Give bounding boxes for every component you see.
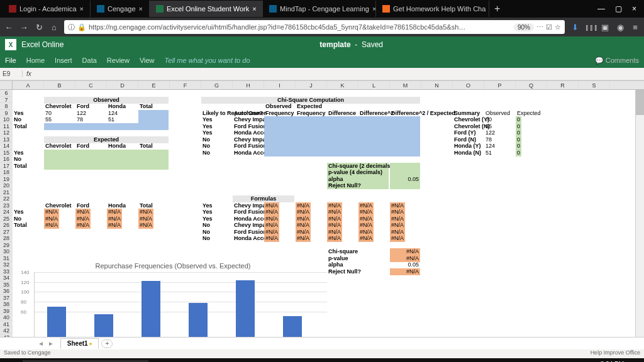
- col-header-I[interactable]: I: [264, 81, 296, 89]
- cell[interactable]: Total: [138, 202, 154, 209]
- cell[interactable]: #N/A: [264, 202, 279, 209]
- cell[interactable]: #N/A: [390, 222, 405, 229]
- row-header-25[interactable]: 25: [0, 216, 13, 222]
- cell[interactable]: #N/A: [327, 202, 342, 209]
- cell[interactable]: No: [201, 150, 211, 156]
- cell[interactable]: Total: [13, 123, 28, 130]
- cell[interactable]: Honda (N): [453, 150, 482, 156]
- cell[interactable]: #N/A: [358, 209, 374, 216]
- cell[interactable]: [264, 143, 420, 150]
- cell[interactable]: #N/A: [107, 216, 122, 222]
- star-icon[interactable]: ☆: [555, 23, 561, 31]
- cell[interactable]: 51: [484, 150, 493, 156]
- tab-chegg[interactable]: Get Homework Help With Cha×: [376, 1, 489, 17]
- cell[interactable]: No: [201, 235, 211, 242]
- cell[interactable]: 0: [516, 116, 521, 123]
- cell[interactable]: #N/A: [44, 209, 59, 216]
- cell[interactable]: 78: [484, 136, 493, 143]
- cell[interactable]: 124: [484, 143, 496, 150]
- cell[interactable]: [44, 123, 169, 130]
- column-headers[interactable]: /*cols rendered below*/ ABCDEFGHIJKLMNOP…: [0, 81, 644, 90]
- cell[interactable]: [44, 150, 169, 156]
- tell-me-input[interactable]: Tell me what you want to do: [165, 57, 250, 64]
- cell[interactable]: No: [13, 116, 23, 123]
- cell[interactable]: #N/A: [296, 202, 311, 209]
- cell[interactable]: [390, 169, 420, 176]
- cell[interactable]: Ford (N): [453, 136, 477, 143]
- cell[interactable]: Difference: [327, 110, 357, 117]
- cell[interactable]: alpha: [327, 176, 389, 183]
- cell[interactable]: #N/A: [296, 216, 311, 222]
- row-header-15[interactable]: 15: [0, 150, 13, 156]
- row-header-43[interactable]: 43: [0, 334, 13, 337]
- cell[interactable]: Ford Fusion: [233, 123, 268, 130]
- cell[interactable]: #N/A: [358, 216, 374, 222]
- back-icon[interactable]: ←: [4, 23, 14, 32]
- row-header-14[interactable]: 14: [0, 143, 13, 150]
- home-icon[interactable]: ⌂: [49, 23, 59, 32]
- cell[interactable]: #N/A: [75, 209, 91, 216]
- row-header-33[interactable]: 33: [0, 268, 13, 275]
- cell[interactable]: #N/A: [390, 209, 405, 216]
- cell[interactable]: alpha: [327, 261, 389, 268]
- forward-icon[interactable]: →: [19, 23, 29, 32]
- cell[interactable]: 122: [484, 129, 496, 136]
- cell[interactable]: Chi-Square Computation: [201, 97, 420, 104]
- col-header-R[interactable]: R: [547, 81, 579, 89]
- cell[interactable]: No: [201, 229, 211, 236]
- ribbon-home[interactable]: Home: [26, 57, 45, 64]
- cell[interactable]: [264, 123, 420, 130]
- cell[interactable]: [264, 136, 420, 143]
- cell[interactable]: #N/A: [138, 222, 153, 229]
- tab-cengage[interactable]: Cengage×: [91, 1, 150, 17]
- cell[interactable]: #N/A: [358, 202, 374, 209]
- reader-icon[interactable]: ☑: [546, 23, 552, 31]
- cell[interactable]: #N/A: [264, 235, 279, 242]
- row-header-34[interactable]: 34: [0, 275, 13, 282]
- vertical-scrollbar[interactable]: [635, 90, 644, 337]
- row-header-39[interactable]: 39: [0, 308, 13, 315]
- row-header-6[interactable]: 6: [0, 90, 13, 97]
- cell[interactable]: Difference^2 / Expected: [390, 110, 457, 117]
- tab-mindtap[interactable]: MindTap - Cengage Learning×: [263, 1, 376, 17]
- cell[interactable]: 55: [484, 123, 493, 130]
- close-icon[interactable]: ×: [139, 5, 143, 13]
- cell[interactable]: Total: [138, 143, 154, 150]
- cell[interactable]: #N/A: [296, 229, 311, 236]
- comments-button[interactable]: 💬 Comments: [595, 57, 639, 65]
- cell[interactable]: Yes: [201, 209, 214, 216]
- cell[interactable]: Observed: [44, 97, 169, 104]
- cell[interactable]: #N/A: [44, 222, 59, 229]
- row-headers[interactable]: 6789101112131415161718192021222324252627…: [0, 90, 13, 337]
- cell[interactable]: #N/A: [296, 235, 311, 242]
- cell[interactable]: Chi-square: [327, 248, 389, 255]
- cell[interactable]: Total: [13, 222, 28, 229]
- cell[interactable]: [138, 110, 169, 117]
- reload-icon[interactable]: ↻: [34, 23, 44, 32]
- cell[interactable]: Frequency: [264, 110, 296, 117]
- cell[interactable]: #N/A: [264, 209, 279, 216]
- row-header-37[interactable]: 37: [0, 295, 13, 302]
- row-header-22[interactable]: 22: [0, 195, 13, 202]
- ribbon-file[interactable]: File: [5, 57, 16, 64]
- row-header-35[interactable]: 35: [0, 282, 13, 288]
- row-header-42[interactable]: 42: [0, 327, 13, 334]
- ribbon-view[interactable]: View: [140, 57, 155, 64]
- cell[interactable]: #N/A: [75, 222, 91, 229]
- cell[interactable]: #N/A: [327, 209, 342, 216]
- cell[interactable]: Honda: [107, 103, 127, 110]
- col-header-E[interactable]: E: [138, 81, 170, 89]
- minimize-icon[interactable]: —: [597, 4, 605, 13]
- row-header-8[interactable]: 8: [0, 103, 13, 110]
- cell[interactable]: #N/A: [390, 255, 420, 262]
- cell[interactable]: Observed: [264, 103, 293, 110]
- row-header-18[interactable]: 18: [0, 169, 13, 176]
- cell[interactable]: Total: [138, 103, 154, 110]
- cell[interactable]: #N/A: [358, 235, 374, 242]
- row-header-7[interactable]: 7: [0, 97, 13, 104]
- cell[interactable]: Expected: [516, 110, 542, 117]
- cell[interactable]: Chevrolet: [44, 103, 73, 110]
- cell[interactable]: Formulas: [233, 195, 294, 202]
- cell[interactable]: #N/A: [327, 222, 342, 229]
- cell[interactable]: Yes: [201, 116, 214, 123]
